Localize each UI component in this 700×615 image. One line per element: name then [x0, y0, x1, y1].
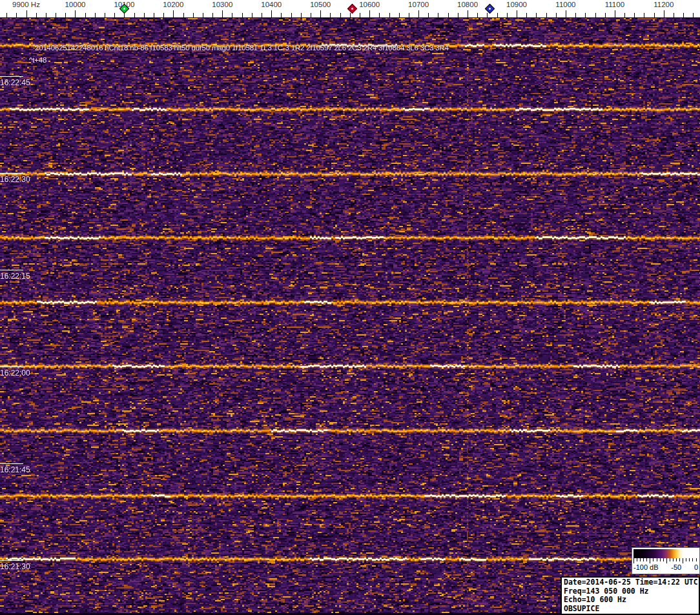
- time-tick: [0, 463, 23, 464]
- freq-tick: [75, 10, 76, 17]
- freq-tick: [193, 13, 194, 17]
- freq-tick: [438, 13, 438, 17]
- freq-tick: [507, 13, 508, 17]
- freq-tick: [526, 13, 527, 17]
- info-date-time: Date=2014-06-25 Time=14:22 UTC: [564, 578, 697, 587]
- marker-center-dot: [123, 7, 125, 10]
- freq-tick: [203, 13, 203, 17]
- freq-tick-label: 10500: [310, 1, 331, 8]
- freq-tick-label: 9900 Hz: [12, 1, 40, 8]
- time-tick: [0, 173, 23, 174]
- freq-tick: [654, 13, 655, 17]
- freq-tick: [595, 13, 596, 17]
- freq-tick-label: 10200: [163, 1, 183, 8]
- freq-tick: [487, 13, 488, 17]
- freq-tick: [418, 10, 419, 17]
- freq-tick-label: 10900: [506, 1, 527, 8]
- freq-tick: [301, 13, 302, 17]
- freq-tick: [291, 13, 292, 17]
- freq-tick: [360, 13, 360, 17]
- time-label: 16:22:15: [0, 272, 30, 281]
- freq-tick: [674, 13, 674, 17]
- freq-tick: [546, 13, 547, 17]
- station-info-box: Date=2014-06-25 Time=14:22 UTC Freq=143 …: [561, 576, 700, 615]
- marker-center-dot: [351, 7, 353, 10]
- time-label: 16:22:30: [0, 175, 30, 184]
- freq-tick: [340, 13, 341, 17]
- time-label: 16:22:00: [0, 368, 30, 378]
- legend-label-mid: -50: [671, 563, 681, 571]
- freq-tick-label: 10700: [408, 1, 429, 8]
- freq-tick: [242, 13, 243, 17]
- freq-tick-label: 10800: [457, 1, 478, 8]
- event-annotation: 20140625142248016 hCnt18 nb-86 f10583 hi…: [35, 44, 449, 52]
- freq-tick: [16, 13, 17, 17]
- legend-label-min: -100 dB: [633, 563, 659, 571]
- freq-tick: [644, 13, 644, 17]
- freq-tick: [114, 13, 115, 17]
- freq-tick: [683, 13, 684, 17]
- time-tick: [0, 560, 23, 561]
- freq-tick: [399, 13, 400, 17]
- freq-tick: [56, 13, 56, 17]
- color-scale-gradient: [633, 549, 698, 558]
- freq-tick: [409, 13, 409, 17]
- info-echo-frequency: Echo=10 600 Hz: [564, 596, 697, 605]
- freq-tick: [624, 13, 625, 17]
- freq-tick: [281, 13, 282, 17]
- marker-center-dot: [488, 7, 491, 10]
- freq-tick-label: 10300: [212, 1, 232, 8]
- time-label: 16:21:30: [0, 562, 30, 571]
- freq-tick: [575, 13, 576, 17]
- freq-tick: [468, 10, 468, 17]
- freq-tick: [477, 13, 478, 17]
- freq-tick: [262, 13, 262, 17]
- freq-tick: [144, 13, 145, 17]
- freq-tick: [664, 10, 664, 17]
- time-tick: [0, 76, 23, 77]
- freq-tick: [517, 10, 517, 17]
- freq-tick: [134, 13, 135, 17]
- freq-tick: [26, 10, 27, 17]
- freq-tick: [389, 13, 390, 17]
- freq-tick: [252, 13, 252, 17]
- freq-tick: [46, 13, 46, 17]
- freq-tick: [634, 13, 635, 17]
- freq-tick: [369, 10, 370, 17]
- marker-red[interactable]: [347, 4, 358, 14]
- freq-tick: [154, 13, 154, 17]
- freq-tick: [458, 13, 458, 17]
- time-label: 16:21:45: [0, 465, 30, 474]
- cursor-annotation: ^t+48: [29, 56, 46, 64]
- color-scale-labels: -100 dB -50 0: [632, 563, 699, 571]
- time-tick: [0, 367, 23, 367]
- marker-blue[interactable]: [484, 4, 495, 14]
- freq-tick: [320, 10, 321, 17]
- freq-tick-label: 10600: [359, 1, 380, 8]
- freq-tick: [556, 13, 557, 17]
- freq-tick: [330, 13, 331, 17]
- freq-tick: [605, 13, 606, 17]
- freq-tick: [536, 13, 537, 17]
- freq-tick-label: 10000: [65, 1, 85, 8]
- freq-tick: [65, 13, 66, 17]
- freq-tick: [173, 10, 174, 17]
- freq-tick: [693, 13, 694, 17]
- freq-tick: [183, 13, 184, 17]
- freq-tick: [566, 10, 566, 17]
- freq-tick: [615, 10, 615, 17]
- freq-tick: [6, 13, 7, 17]
- freq-tick: [428, 13, 429, 17]
- freq-tick: [232, 13, 232, 17]
- freq-tick: [85, 13, 86, 17]
- waterfall-canvas[interactable]: [0, 0, 700, 615]
- freq-tick: [311, 13, 311, 17]
- spectrogram-display: 9900 Hz100001010010200103001040010500106…: [0, 0, 700, 615]
- freq-tick: [212, 13, 213, 17]
- info-frequency: Freq=143 050 000 Hz: [564, 587, 697, 596]
- freq-tick: [222, 10, 223, 17]
- time-tick: [0, 270, 23, 270]
- freq-tick-label: 10400: [261, 1, 282, 8]
- freq-tick: [350, 13, 351, 17]
- freq-tick: [271, 10, 272, 17]
